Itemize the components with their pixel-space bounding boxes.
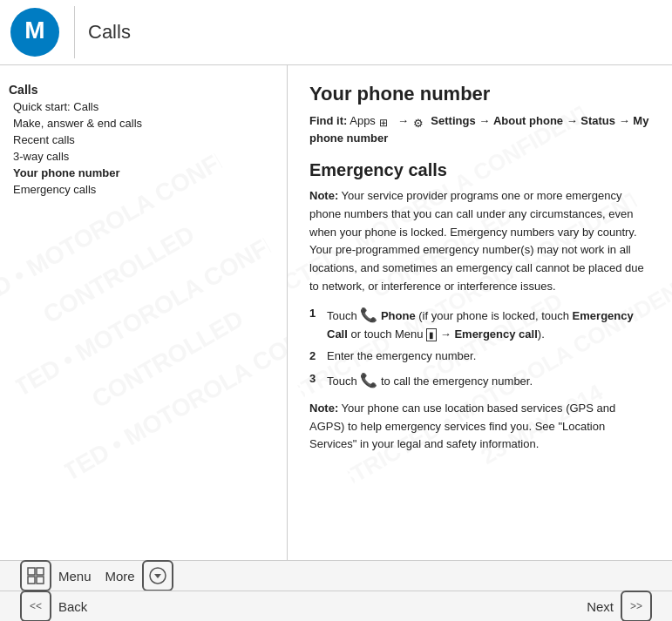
svg-rect-4 (28, 577, 35, 584)
more-button[interactable]: More (98, 557, 180, 595)
svg-rect-5 (37, 577, 44, 584)
find-it-line: Find it: Apps ⊞ → ⚙ Settings → About pho… (309, 112, 650, 146)
settings-gear-icon: ⚙ (413, 115, 427, 129)
step-3-text: Touch 📞 to call the emergency number. (327, 370, 650, 391)
sidebar-item-your-phone-number[interactable]: Your phone number (4, 165, 282, 181)
next-button[interactable]: Next >> (580, 587, 659, 621)
content-area: RESTRICTED • MOTOROLA CONFIDENTIAL CONTR… (288, 65, 672, 569)
more-circle-icon (142, 560, 173, 591)
note2-text: Your phone can use location based servic… (309, 402, 615, 451)
step-2: 2 Enter the emergency number. (309, 348, 650, 365)
bottom-bar-row2: << Back Next >> (0, 591, 672, 621)
phone-icon-step1: 📞 (360, 307, 377, 322)
phone-icon-step3: 📞 (360, 373, 377, 388)
menu-icon-svg (27, 567, 44, 584)
step-3-num: 3 (309, 370, 327, 388)
find-it-arrow3: → (567, 114, 581, 127)
find-it-arrow2: → (479, 114, 493, 127)
step-1-num: 1 (309, 305, 327, 322)
svg-rect-2 (28, 568, 35, 575)
sidebar-item-quick-start[interactable]: Quick start: Calls (4, 98, 282, 115)
note1-text: Your service provider programs one or mo… (309, 189, 644, 293)
step-1: 1 Touch 📞 Phone (if your phone is locked… (309, 305, 650, 343)
find-it-status: Status (580, 114, 615, 127)
find-it-arrow1: → (397, 114, 412, 127)
step-2-text: Enter the emergency number. (327, 348, 650, 365)
more-label: More (105, 569, 135, 584)
find-it-arrow4: → (619, 114, 634, 127)
bottom-bar: Menu More (0, 560, 672, 591)
svg-text:M: M (24, 17, 44, 44)
emergency-calls-title: Emergency calls (309, 160, 650, 180)
header-divider (74, 6, 75, 58)
sidebar: RESTRICTED • MOTOROLA CONFIDENTIAL CONTR… (0, 65, 288, 569)
header-title: Calls (88, 21, 131, 44)
emergency-note1: Note: Your service provider programs one… (309, 187, 650, 296)
sidebar-section-title: Calls (4, 81, 282, 98)
step-2-num: 2 (309, 348, 327, 365)
emergency-steps: 1 Touch 📞 Phone (if your phone is locked… (309, 305, 650, 391)
find-it-label: Find it: (309, 114, 347, 127)
find-it-settings: Settings (431, 114, 475, 127)
main-container: RESTRICTED • MOTOROLA CONFIDENTIAL CONTR… (0, 65, 672, 569)
back-arrow-icon: << (20, 591, 51, 621)
sidebar-item-three-way[interactable]: 3-way calls (4, 148, 282, 165)
find-it-apps: Apps (350, 114, 378, 127)
content-inner: Your phone number Find it: Apps ⊞ → ⚙ Se… (309, 83, 650, 454)
note1-label: Note: (309, 189, 338, 202)
next-arrow-icon: >> (621, 591, 652, 621)
back-button[interactable]: << Back (13, 587, 94, 621)
svg-rect-3 (37, 568, 44, 575)
circle-down-svg (148, 566, 167, 585)
menu-small-icon: ▮ (426, 328, 437, 341)
note2-label: Note: (309, 402, 338, 415)
next-label: Next (587, 599, 614, 614)
motorola-logo: M (9, 6, 61, 58)
sidebar-item-emergency-calls[interactable]: Emergency calls (4, 181, 282, 198)
back-label: Back (58, 599, 87, 614)
sidebar-nav: Calls Quick start: Calls Make, answer & … (0, 74, 287, 205)
sidebar-item-make-answer[interactable]: Make, answer & end calls (4, 115, 282, 132)
your-phone-number-title: Your phone number (309, 83, 650, 105)
header: M Calls (0, 0, 672, 65)
svg-marker-7 (154, 574, 161, 578)
sidebar-item-recent-calls[interactable]: Recent calls (4, 132, 282, 148)
menu-label: Menu (58, 569, 92, 584)
apps-grid-icon: ⊞ (379, 115, 393, 129)
emergency-note2: Note: Your phone can use location based … (309, 400, 650, 454)
find-it-about-phone: About phone (493, 114, 563, 127)
step-3: 3 Touch 📞 to call the emergency number. (309, 370, 650, 391)
step-1-text: Touch 📞 Phone (if your phone is locked, … (327, 305, 650, 343)
